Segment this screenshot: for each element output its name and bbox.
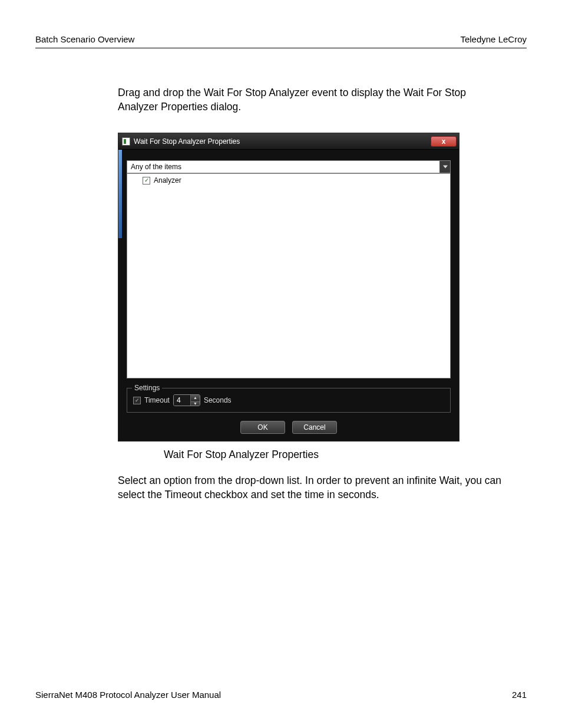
list-item[interactable]: ✓ Analyzer [131, 176, 447, 185]
header-right: Teledyne LeCroy [460, 34, 527, 44]
page-footer: SierraNet M408 Protocol Analyzer User Ma… [35, 690, 527, 700]
timeout-value: 4 [174, 395, 190, 406]
intro-paragraph: Drag and drop the Wait For Stop Analyzer… [118, 86, 503, 114]
titlebar: Wait For Stop Analyzer Properties x [118, 133, 459, 150]
figure-caption: Wait For Stop Analyzer Properties [164, 449, 527, 461]
close-icon: x [442, 137, 446, 146]
footer-page-number: 241 [512, 690, 527, 700]
page-header: Batch Scenario Overview Teledyne LeCroy [35, 34, 527, 48]
timeout-unit: Seconds [204, 396, 232, 404]
close-button[interactable]: x [431, 136, 457, 147]
timeout-label: Timeout [144, 396, 170, 404]
svg-marker-0 [443, 166, 448, 169]
follow-paragraph: Select an option from the drop-down list… [118, 474, 503, 502]
app-icon [122, 137, 130, 146]
settings-fieldset: Settings ✓ Timeout 4 ▲ ▼ Seconds [127, 388, 451, 413]
timeout-row: ✓ Timeout 4 ▲ ▼ Seconds [133, 394, 444, 406]
list-item-label: Analyzer [154, 176, 181, 185]
timeout-spinner[interactable]: 4 ▲ ▼ [173, 394, 200, 406]
dialog-title: Wait For Stop Analyzer Properties [134, 137, 431, 146]
dropdown-selected-value: Any of the items [131, 163, 181, 171]
chevron-down-icon [439, 161, 450, 173]
cancel-button[interactable]: Cancel [292, 421, 337, 434]
spinner-up-icon[interactable]: ▲ [191, 395, 200, 401]
items-listbox[interactable]: ✓ Analyzer [127, 173, 451, 378]
analyzer-checkbox[interactable]: ✓ [143, 177, 150, 185]
timeout-checkbox[interactable]: ✓ [133, 397, 141, 404]
dialog-button-row: OK Cancel [127, 421, 451, 434]
ok-button[interactable]: OK [240, 421, 285, 434]
items-dropdown[interactable]: Any of the items [127, 160, 451, 173]
dialog-body: Any of the items ✓ Analyzer Settings ✓ [118, 150, 459, 441]
settings-legend: Settings [132, 384, 162, 392]
dialog-screenshot: Wait For Stop Analyzer Properties x Any … [118, 133, 459, 442]
spinner-buttons[interactable]: ▲ ▼ [190, 395, 200, 406]
spinner-down-icon[interactable]: ▼ [191, 401, 200, 406]
dialog-window: Wait For Stop Analyzer Properties x Any … [118, 133, 459, 442]
page: Batch Scenario Overview Teledyne LeCroy … [0, 0, 562, 728]
header-left: Batch Scenario Overview [35, 34, 134, 44]
window-accent [118, 150, 122, 238]
footer-left: SierraNet M408 Protocol Analyzer User Ma… [35, 690, 221, 700]
